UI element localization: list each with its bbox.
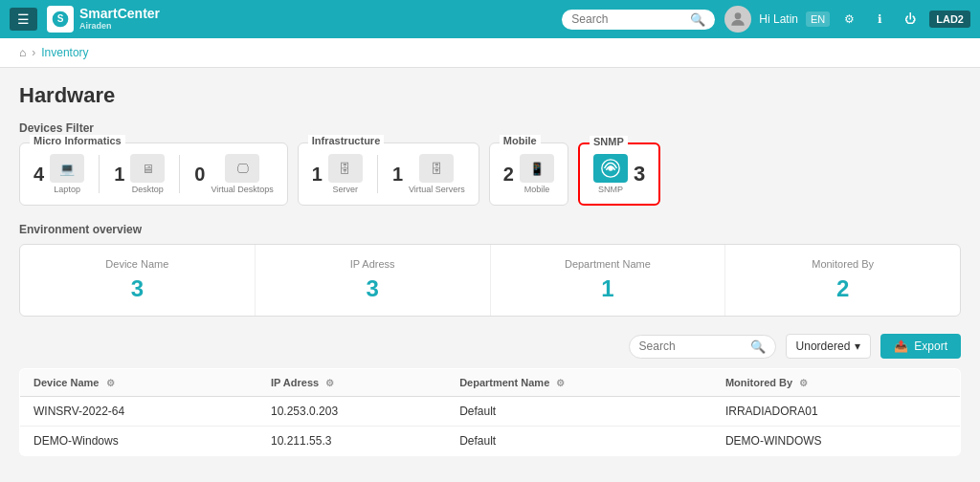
table-search-icon: 🔍 [750,340,766,354]
table-header-row: Device Name ⚙ IP Adress ⚙ Department Nam… [20,369,961,397]
filter-item-laptop[interactable]: 4 💻 Laptop [33,154,84,194]
filter-item-snmp[interactable]: SNMP 3 [593,154,645,194]
filter-item-vdesktop[interactable]: 0 🖵 Virtual Desktops [194,154,274,194]
filter-group-snmp[interactable]: SNMP SNMP 3 [578,142,660,206]
vserver-icon: 🗄 [419,154,454,183]
col-dept-settings-icon[interactable]: ⚙ [556,378,565,388]
desktop-label: Desktop [132,185,164,194]
mobile-label: Mobile [524,185,550,194]
breadcrumb: ⌂ › Inventory [0,38,980,68]
settings-icon[interactable]: ⚙ [837,8,860,31]
divider [99,155,100,193]
export-icon: 📤 [894,340,908,353]
laptop-icon: 💻 [50,154,84,183]
env-stat-device-name-label: Device Name [30,258,245,270]
breadcrumb-sep: › [32,46,35,59]
chevron-down-icon: ▾ [855,340,860,353]
server-label: Server [333,185,359,194]
vdesktop-icon-group: 🖵 Virtual Desktops [211,154,273,194]
col-monitored-settings-icon[interactable]: ⚙ [799,378,808,388]
laptop-icon-group: 💻 Laptop [50,154,84,194]
svg-point-2 [735,12,742,19]
col-monitored: Monitored By ⚙ [712,369,961,397]
table-cell-ip_address: 10.253.0.203 [257,397,446,427]
table-cell-dept_name: Default [446,397,712,427]
greeting-text: Hi Latin [759,12,798,26]
table-cell-monitored_by: IRRADIADORA01 [712,397,961,427]
snmp-icon-group: SNMP [593,154,628,194]
env-stat-monitored-label: Monitored By [735,258,950,270]
snmp-label: SNMP [598,185,623,194]
env-stat-device-name-value: 3 [30,275,245,302]
env-stat-ip: IP Adress 3 [256,245,491,316]
export-label: Export [914,340,947,353]
desktop-icon: 🖥 [130,154,165,183]
env-stat-monitored: Monitored By 2 [725,245,960,316]
page-title: Hardware [19,83,961,108]
global-search[interactable]: 🔍 [562,10,715,30]
power-icon[interactable]: ⏻ [899,8,922,31]
table-body: WINSRV-2022-6410.253.0.203DefaultIRRADIA… [20,397,961,456]
home-icon[interactable]: ⌂ [19,46,26,59]
divider2 [179,155,180,193]
svg-text:S: S [57,13,64,24]
filter-group-mobile-title: Mobile [500,135,541,146]
table-cell-device_name: WINSRV-2022-64 [20,397,258,427]
export-button[interactable]: 📤 Export [880,334,961,359]
filter-item-mobile[interactable]: 2 📱 Mobile [503,154,554,194]
filter-item-server[interactable]: 1 🗄 Server [312,154,363,194]
table-row[interactable]: WINSRV-2022-6410.253.0.203DefaultIRRADIA… [20,397,961,427]
logo-text: SmartCenter Airaden [79,7,160,31]
vdesktop-icon: 🖵 [225,154,259,183]
filter-group-snmp-title: SNMP [590,136,628,147]
filter-item-vserver[interactable]: 1 🗄 Virtual Servers [392,154,465,194]
sort-select[interactable]: Unordered ▾ [786,334,872,359]
sort-label: Unordered [796,340,851,353]
mobile-count: 2 [503,164,514,186]
table-search-input[interactable] [639,340,745,353]
env-overview-label: Environment overview [19,223,961,236]
server-icon-group: 🗄 Server [328,154,363,194]
filter-group-micro: Micro Informatics 4 💻 Laptop 1 🖥 Desktop… [19,142,288,206]
devices-filter-label: Devices Filter [19,121,961,135]
snmp-icon [593,154,628,183]
server-count: 1 [312,164,323,186]
divider3 [377,155,378,193]
breadcrumb-inventory[interactable]: Inventory [41,46,88,59]
filter-group-mobile: Mobile 2 📱 Mobile [489,142,568,206]
filter-item-desktop[interactable]: 1 🖥 Desktop [114,154,165,194]
vserver-count: 1 [392,164,403,186]
info-icon[interactable]: ℹ [868,8,891,31]
env-stat-dept-value: 1 [501,275,716,302]
mobile-icon-group: 📱 Mobile [520,154,554,194]
col-ip-settings-icon[interactable]: ⚙ [325,378,334,388]
vdesktop-count: 0 [194,164,205,186]
filter-group-infra: Infrastructure 1 🗄 Server 1 🗄 Virtual Se… [298,142,479,206]
filter-groups: Micro Informatics 4 💻 Laptop 1 🖥 Desktop… [19,142,961,206]
col-dept: Department Name ⚙ [446,369,712,397]
env-stat-ip-label: IP Adress [265,258,480,270]
table-cell-ip_address: 10.211.55.3 [257,427,446,456]
logo-icon: S [47,6,74,33]
env-stat-monitored-value: 2 [735,275,950,302]
table-search[interactable]: 🔍 [629,335,776,359]
table-cell-device_name: DEMO-Windows [20,427,258,456]
col-ip: IP Adress ⚙ [257,369,446,397]
table-controls: 🔍 Unordered ▾ 📤 Export [19,334,961,359]
logo: S SmartCenter Airaden [47,6,160,33]
filter-group-infra-title: Infrastructure [308,135,385,146]
desktop-icon-group: 🖥 Desktop [130,154,165,194]
mobile-icon: 📱 [520,154,554,183]
laptop-label: Laptop [54,185,80,194]
env-stat-device-name: Device Name 3 [20,245,256,316]
vdesktop-label: Virtual Desktops [211,185,273,194]
table-row[interactable]: DEMO-Windows10.211.55.3DefaultDEMO-WINDO… [20,427,961,456]
menu-toggle-button[interactable]: ☰ [10,8,37,31]
table-cell-dept_name: Default [446,427,712,456]
user-tag[interactable]: LAD2 [929,11,970,28]
col-device-name-settings-icon[interactable]: ⚙ [106,378,115,388]
brand-name: SmartCenter [79,7,160,21]
env-stat-dept-label: Department Name [501,258,716,270]
search-input[interactable] [571,12,685,26]
lang-badge[interactable]: EN [806,11,830,27]
